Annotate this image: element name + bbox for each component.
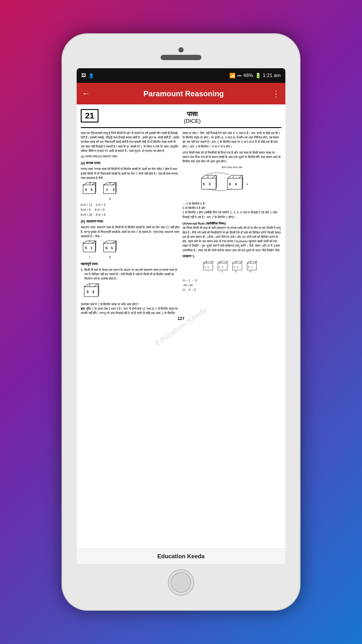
status-bar: 🖼 👤 📶 ▪▪▪ 48% 🔋 1:21 am: [77, 68, 285, 83]
normal-dice-1-svg: 5 1 4: [81, 240, 98, 254]
standard-dice-heading: (a) मानक पासा:: [81, 160, 180, 166]
svg-text:2: 2: [237, 266, 238, 268]
main-content: Education Keeda 21 पासा (DICE) पासा एक त…: [77, 104, 285, 564]
universal-rule-text: यह नियम किसी भी तरह के पासे (साधारण या म…: [182, 226, 281, 252]
two-column-layout: पासा एक त्रिआयामी वस्तु है जिसे किसी भी …: [81, 131, 281, 315]
clock: 1:21 am: [263, 73, 281, 78]
svg-marker-19: [103, 241, 116, 243]
left-column: पासा एक त्रिआयामी वस्तु है जिसे किसी भी …: [81, 131, 180, 315]
svg-text:4: 4: [233, 266, 235, 268]
home-button-inner: [171, 572, 191, 593]
normal-dice-1-group: 5 1 4 I: [81, 240, 98, 260]
svg-text:5: 5: [220, 261, 222, 263]
screen: 🖼 👤 📶 ▪▪▪ 48% 🔋 1:21 am ← Paramount Reas…: [77, 68, 285, 564]
note-2: 3 के विपरीत 4 है और: [182, 206, 281, 210]
svg-text:IV: IV: [249, 271, 252, 273]
standard-dice-diagram: 4 5 6 1: [81, 182, 180, 201]
types-text: (a) मानक पासा (b) साधारण पासा: [81, 154, 180, 159]
svg-text:II: II: [247, 183, 248, 186]
single-dice-svg: 3 2 1: [81, 283, 101, 299]
chapter-title-block: पासा (DICE): [103, 109, 281, 124]
chapter-header: 21 पासा (DICE): [81, 109, 281, 124]
right-text-1: सतह पर होगा। जैसे: यहाँ दिखाई देने वाले …: [182, 131, 281, 149]
svg-marker-2: [95, 183, 96, 194]
roman-label-I-normal: I: [81, 255, 98, 260]
fact-num: 1.: [81, 268, 83, 281]
standard-dice-text: मानक पासा: मानक पासा की किसी भी दो विपरी…: [81, 167, 180, 180]
roman-label-II-normal: II: [101, 255, 119, 260]
battery-percent: 48%: [243, 73, 253, 78]
svg-text:3: 3: [236, 261, 237, 263]
chapter-title-hindi: पासा: [103, 110, 281, 118]
arrow-notation: ③→ 1 → 5 ↓oo ↓oo ③→ 4 →2: [182, 278, 281, 292]
svg-marker-43: [203, 261, 213, 263]
svg-text:1: 1: [106, 188, 108, 191]
svg-marker-37: [242, 175, 243, 189]
svg-text:4: 4: [206, 261, 207, 263]
home-button[interactable]: [168, 569, 194, 596]
example-label: उदाहरण 1.: [182, 254, 281, 259]
user-icon: 👤: [88, 73, 94, 78]
hint-text: हल: चूँकि 1 के आस-पास 2 तथा 3 है। अत: मे…: [81, 307, 180, 315]
normal-dice-2-svg: 6 5: [101, 240, 119, 254]
chapter-number: 21: [81, 109, 99, 123]
battery-icon: 🔋: [255, 73, 261, 79]
footer-text: Education Keeda: [157, 553, 205, 560]
normal-dice-text: साधारण पासा: साधारण पासा के किसी भी दो व…: [81, 225, 180, 239]
right-text-2: अगर किसी पासा को दो स्थितियों को दिया गय…: [182, 150, 281, 164]
arrow-label: समान सतह समान अंक: [182, 166, 281, 170]
normal-dice-2-group: 6 5 II: [101, 240, 119, 260]
svg-text:1: 1: [251, 266, 253, 268]
svg-text:2: 2: [113, 188, 115, 191]
svg-text:4: 4: [89, 240, 90, 243]
dice-2-svg: 1 4 2: [101, 182, 119, 195]
app-title: Paramount Reasoning: [95, 89, 272, 98]
svg-marker-61: [247, 261, 257, 263]
app-bar: ← Paramount Reasoning ⋮: [77, 83, 285, 104]
svg-text:III: III: [235, 271, 237, 273]
svg-text:5: 5: [203, 182, 205, 186]
svg-text:2: 2: [92, 290, 94, 294]
universal-rule-heading: Universal Rule (सार्वभौमिक नियम):: [182, 221, 281, 226]
svg-marker-24: [84, 284, 98, 287]
notes-block: — 5 के विपरीत 6 है। 3 के विपरीत 4 है और …: [182, 202, 281, 219]
svg-text:4: 4: [85, 188, 87, 191]
single-dice-area: 3 2 1: [81, 283, 180, 300]
svg-text:5: 5: [91, 188, 92, 191]
normal-dice-heading: (b) साधारण पासा:: [81, 219, 180, 224]
eq1: 6+5 = 11 1+2 = 3: [81, 203, 180, 207]
arrow-row-1: ③→ 1 → 5: [182, 278, 281, 283]
svg-marker-14: [95, 241, 96, 252]
svg-text:6: 6: [229, 182, 231, 186]
fact-1: 1. किसी भी पासे के केवल एक प्रश्न के आधा…: [81, 268, 180, 281]
dice-2-group: 1 4 2 II: [101, 182, 119, 201]
dice-1-group: 4 5 6: [81, 182, 98, 197]
svg-text:2: 2: [207, 175, 209, 178]
more-button[interactable]: ⋮: [272, 89, 280, 99]
svg-text:1: 1: [89, 284, 91, 287]
svg-text:5: 5: [208, 266, 209, 268]
eq3: 6+4 = 10 4+2 = 6: [81, 213, 180, 217]
note-3: 2 के विपरीत 1 होगा (क्योंकि दिये गये पास…: [182, 210, 281, 219]
bottom-dice-svg: 1 5 4 I 4 3 5 II: [203, 260, 261, 275]
svg-text:5: 5: [111, 246, 113, 250]
arrow-row-3: ③→ 4 →2: [182, 288, 281, 292]
svg-text:4: 4: [109, 182, 111, 184]
chapter-title-eng: (DICE): [103, 118, 281, 124]
fact-1-text: किसी भी पासे के केवल एक प्रश्न के आधार प…: [84, 268, 180, 281]
app-footer: Education Keeda: [77, 548, 285, 564]
svg-text:4: 4: [235, 182, 237, 186]
svg-text:3: 3: [209, 182, 210, 186]
arrow-row-2: ↓oo ↓oo: [182, 283, 281, 288]
page-number: 127: [81, 315, 281, 322]
svg-text:2: 2: [233, 175, 234, 178]
arrow-diagram: समान सतह समान अंक 5 3 2: [182, 166, 281, 200]
back-button[interactable]: ←: [82, 89, 90, 98]
svg-text:1: 1: [91, 246, 92, 250]
svg-text:3: 3: [87, 290, 89, 294]
status-left-icons: 🖼 👤: [81, 73, 94, 78]
svg-marker-25: [98, 284, 99, 297]
page-content: Education Keeda 21 पासा (DICE) पासा एक त…: [77, 104, 285, 548]
svg-text:II: II: [222, 271, 223, 273]
svg-text:2: 2: [250, 261, 251, 263]
